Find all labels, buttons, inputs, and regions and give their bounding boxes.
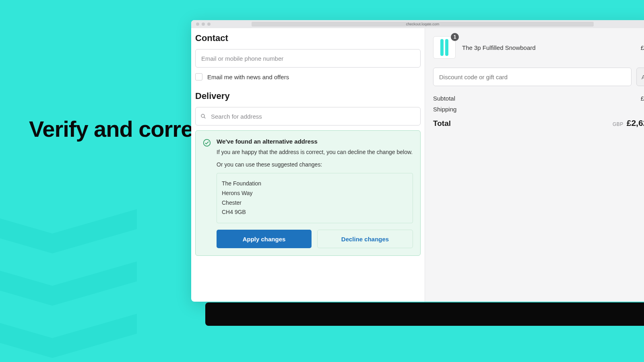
suggested-address: The Foundation Herons Way Chester CH4 9G… <box>217 173 413 223</box>
address-line-2: Herons Way <box>222 189 408 198</box>
contact-heading: Contact <box>195 33 421 43</box>
address-line-4: CH4 9GB <box>222 208 408 217</box>
newsletter-checkbox[interactable] <box>195 73 202 80</box>
newsletter-label: Email me with news and offers <box>207 74 289 80</box>
delivery-heading: Delivery <box>195 91 421 101</box>
verify-title: We've found an alternative address <box>217 138 413 145</box>
verify-body-2: Or you can use these suggested changes: <box>217 160 413 169</box>
minimize-icon[interactable] <box>202 23 205 26</box>
traffic-lights <box>196 23 211 26</box>
email-field[interactable] <box>195 49 421 68</box>
svg-point-2 <box>204 140 211 146</box>
apply-discount-button[interactable]: Ap <box>636 68 644 86</box>
total-label: Total <box>433 119 451 128</box>
maximize-icon[interactable] <box>207 23 211 26</box>
subtotal-value: £2,6 <box>641 95 644 102</box>
close-icon[interactable] <box>196 23 199 26</box>
address-line-1: The Foundation <box>222 179 408 189</box>
svg-line-1 <box>204 117 205 118</box>
search-icon <box>200 113 206 119</box>
discount-code-input[interactable] <box>433 68 632 86</box>
checkout-main: Contact Email me with news and offers De… <box>191 28 425 302</box>
cart-line-item: 1 The 3p Fulfilled Snowboard £2,6 <box>433 36 644 59</box>
product-name: The 3p Fulfilled Snowboard <box>462 44 634 51</box>
background-decoration <box>0 185 169 362</box>
address-verify-panel: We've found an alternative address If yo… <box>195 130 421 256</box>
window-shadow <box>205 302 644 326</box>
product-price: £2,6 <box>641 44 644 51</box>
total-value: £2,629 <box>627 118 644 128</box>
decline-changes-button[interactable]: Decline changes <box>317 230 413 248</box>
browser-titlebar: checkout.loqate.com <box>191 20 644 28</box>
order-summary: 1 The 3p Fulfilled Snowboard £2,6 Ap Sub… <box>425 28 644 302</box>
apply-changes-button[interactable]: Apply changes <box>217 230 312 248</box>
currency-code: GBP <box>613 121 623 127</box>
qty-badge: 1 <box>451 33 459 41</box>
subtotal-label: Subtotal <box>433 95 455 102</box>
verify-body-1: If you are happy that the address is cor… <box>217 148 413 156</box>
shipping-label: Shipping <box>433 106 456 113</box>
browser-window: checkout.loqate.com Contact Email me wit… <box>191 20 644 302</box>
address-line-3: Chester <box>222 198 408 208</box>
url-bar[interactable]: checkout.loqate.com <box>252 22 594 27</box>
address-search-input[interactable] <box>195 107 421 125</box>
svg-point-0 <box>201 114 204 117</box>
check-circle-icon <box>203 139 211 147</box>
